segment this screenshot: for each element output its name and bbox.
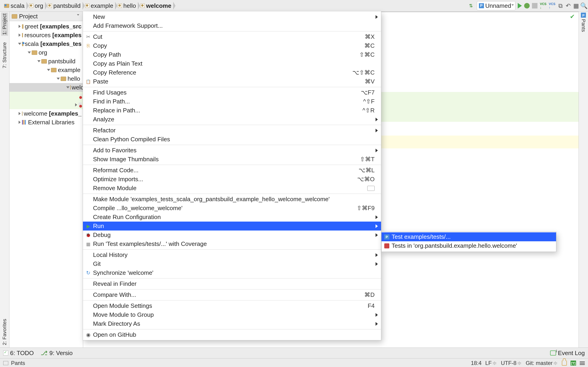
git-branch[interactable]: Git: master≑ <box>526 360 558 366</box>
menu-item-find-usages[interactable]: Find Usages⌥F7 <box>83 88 381 97</box>
breadcrumb-welcome[interactable]: welcome <box>138 0 174 11</box>
tree-node-example[interactable]: example <box>9 66 83 74</box>
menu-item-local-history[interactable]: Local History <box>83 250 381 259</box>
coverage-button-icon[interactable] <box>532 3 537 8</box>
menu-item-show-image-thumbnails[interactable]: Show Image Thumbnails⇧⌘T <box>83 155 381 164</box>
menu-item-run[interactable]: Run <box>83 222 381 231</box>
expand-icon[interactable] <box>19 121 21 124</box>
history-icon[interactable]: ⧉ <box>558 3 563 8</box>
tool-tab-event-log[interactable]: Event Log <box>550 350 585 357</box>
collapse-icon[interactable] <box>37 60 41 62</box>
sync-icon[interactable]: ⇅ <box>468 2 475 9</box>
menu-item-create-run-configuration[interactable]: Create Run Configuration <box>83 213 381 222</box>
project-tree[interactable]: greet [examples_src resources [examples … <box>9 21 83 348</box>
vcs-update-icon[interactable]: VCS↓ <box>540 2 546 9</box>
collapse-icon[interactable] <box>18 43 21 45</box>
menu-item-reveal-in-finder[interactable]: Reveal in Finder <box>83 279 381 288</box>
menu-item-copy-as-plain-text[interactable]: Copy as Plain Text <box>83 59 381 68</box>
hide-tool-windows-icon[interactable] <box>3 361 8 365</box>
menu-item-remove-module[interactable]: Remove Module <box>83 184 381 193</box>
collapse-icon[interactable] <box>47 69 50 71</box>
search-icon[interactable]: 🔍 <box>581 3 587 8</box>
tree-node-welcome[interactable]: welc <box>9 83 83 92</box>
run-config-selector[interactable]: P Unnamed <box>477 1 516 10</box>
menu-item-compare-with[interactable]: Compare With...⌘D <box>83 290 381 299</box>
debug-button-icon[interactable] <box>524 3 530 8</box>
vcs-commit-icon[interactable]: VCS↑ <box>549 2 555 9</box>
t-indicator-icon[interactable]: [T] <box>571 361 576 366</box>
tree-node-scala[interactable]: scala [examples_tes <box>9 40 83 48</box>
breadcrumb-label: example <box>91 2 113 9</box>
menu-item-synchronize-welcome[interactable]: Synchronize 'welcome' <box>83 268 381 277</box>
tree-node-external-libs[interactable]: External Libraries <box>9 118 83 127</box>
tree-node-welcome-module[interactable]: welcome [examples_ <box>9 109 83 118</box>
menu-item-open-module-settings[interactable]: Open Module SettingsF4 <box>83 301 381 310</box>
caret-position[interactable]: 18:4 <box>471 360 482 366</box>
breadcrumb-example[interactable]: example <box>83 0 115 11</box>
menu-item-new[interactable]: New <box>83 12 381 21</box>
tree-node-greet[interactable]: greet [examples_src <box>9 22 83 31</box>
expand-icon[interactable] <box>19 112 21 115</box>
hector-icon[interactable] <box>580 361 585 365</box>
menu-item-git[interactable]: Git <box>83 259 381 268</box>
menu-item-mark-directory-as[interactable]: Mark Directory As <box>83 319 381 328</box>
tree-node-file-scala[interactable] <box>9 100 83 109</box>
tool-tab-project[interactable]: 1: Project <box>1 13 8 36</box>
menu-item-cut[interactable]: Cut⌘X <box>83 32 381 41</box>
menu-item-copy-path[interactable]: Copy Path⇧⌘C <box>83 50 381 59</box>
menu-item-find-in-path[interactable]: Find in Path...^⇧F <box>83 97 381 106</box>
collapse-icon[interactable] <box>66 86 69 89</box>
menu-item-compile-llo-welcome-welcome[interactable]: Compile ...llo_welcome_welcome'⇧⌘F9 <box>83 204 381 213</box>
collapse-icon[interactable] <box>57 78 60 80</box>
submenu-item-tests-in-package[interactable]: Tests in 'org.pantsbuild.example.hello.w… <box>381 241 556 250</box>
menu-item-analyze[interactable]: Analyze <box>83 115 381 124</box>
structure-icon[interactable]: ▦ <box>573 3 579 8</box>
expand-icon[interactable] <box>19 25 21 28</box>
tree-node-pantsbuild[interactable]: pantsbuild <box>9 57 83 66</box>
revert-icon[interactable]: ↶ <box>565 3 571 8</box>
menu-item-paste[interactable]: Paste⌘V <box>83 77 381 86</box>
collapse-icon[interactable] <box>28 52 31 54</box>
menu-item-run-test-examples-tests-with-coverage[interactable]: Run 'Test examples/tests/...' with Cover… <box>83 240 381 248</box>
menu-item-debug[interactable]: Debug <box>83 231 381 240</box>
breadcrumb-hello[interactable]: hello <box>115 0 138 11</box>
tree-node-file-build[interactable] <box>9 92 83 100</box>
readonly-lock-icon[interactable] <box>562 361 567 366</box>
expand-icon[interactable] <box>19 33 21 37</box>
menu-item-refactor[interactable]: Refactor <box>83 126 381 135</box>
run-button-icon[interactable] <box>518 3 522 8</box>
breadcrumb-scala[interactable]: scala <box>2 0 27 11</box>
menu-item-copy[interactable]: Copy⌘C <box>83 41 381 50</box>
menu-item-replace-in-path[interactable]: Replace in Path...^⇧R <box>83 106 381 115</box>
bug-g-icon <box>85 232 91 238</box>
breadcrumb-pantsbuild[interactable]: pantsbuild <box>45 0 83 11</box>
project-view-selector[interactable]: Project <box>19 13 81 20</box>
menu-item-open-on-github[interactable]: Open on GitHub <box>83 330 381 339</box>
tool-tab-version-control[interactable]: ⎇ 9: Versio <box>41 350 73 357</box>
todo-label: 6: TODO <box>10 350 34 357</box>
menu-item-make-module-examples-tests-scala-org-pan[interactable]: Make Module 'examples_tests_scala_org_pa… <box>83 195 381 204</box>
menu-item-clean-python-compiled-files[interactable]: Clean Python Compiled Files <box>83 135 381 144</box>
menu-item-reformat-code[interactable]: Reformat Code...⌥⌘L <box>83 166 381 175</box>
menu-item-copy-reference[interactable]: Copy Reference⌥⇧⌘C <box>83 68 381 77</box>
menu-item-label: Copy Reference <box>93 69 352 76</box>
menu-item-optimize-imports[interactable]: Optimize Imports...⌥⌘O <box>83 175 381 184</box>
tool-tab-favorites[interactable]: 2: Favorites <box>2 319 8 345</box>
line-separator[interactable]: LF≑ <box>485 360 497 366</box>
tree-node-hello[interactable]: hello <box>9 74 83 83</box>
menu-item-add-framework-support[interactable]: Add Framework Support... <box>83 21 381 30</box>
tool-tab-structure[interactable]: 7: Structure <box>2 42 8 68</box>
inspections-ok-icon[interactable]: ✔ <box>570 13 575 20</box>
file-encoding[interactable]: UTF-8≑ <box>501 360 522 366</box>
submenu-item-test-examples[interactable]: P Test examples/tests/... <box>381 232 556 241</box>
menu-item-add-to-favorites[interactable]: Add to Favorites <box>83 146 381 155</box>
tool-tab-pants[interactable]: Pants <box>580 19 586 32</box>
expand-icon[interactable] <box>75 103 77 106</box>
tree-node-resources[interactable]: resources [examples <box>9 31 83 40</box>
bottom-tool-bar: 6: TODO ⎇ 9: Versio Event Log <box>0 348 588 358</box>
tree-node-org[interactable]: org <box>9 48 83 57</box>
tool-tab-todo[interactable]: 6: TODO <box>3 350 34 357</box>
breadcrumb-label: pantsbuild <box>53 2 81 9</box>
breadcrumb-org[interactable]: org <box>27 0 46 11</box>
menu-item-move-module-to-group[interactable]: Move Module to Group <box>83 310 381 319</box>
